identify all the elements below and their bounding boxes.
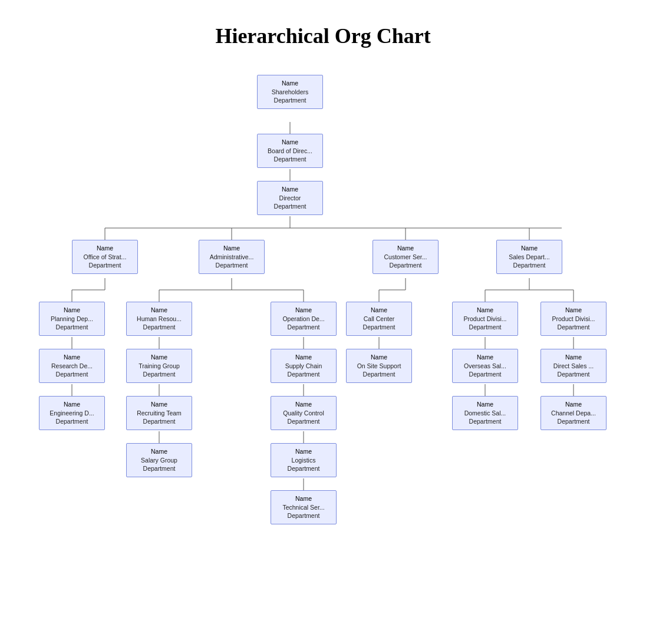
node-sales[interactable]: Name Sales Depart... Department: [496, 240, 562, 274]
node-on-site[interactable]: Name On Site Support Department: [346, 349, 412, 383]
node-administrative[interactable]: Name Administrative... Department: [199, 240, 265, 274]
org-chart: Name Shareholders Department Name Board …: [14, 66, 632, 643]
node-recruiting[interactable]: Name Recruiting Team Department: [126, 396, 192, 430]
node-salary[interactable]: Name Salary Group Department: [126, 443, 192, 477]
node-training[interactable]: Name Training Group Department: [126, 349, 192, 383]
node-product-div1[interactable]: Name Product Divisi... Department: [452, 302, 518, 336]
node-call-center[interactable]: Name Call Center Department: [346, 302, 412, 336]
node-director[interactable]: Name Director Department: [257, 181, 323, 215]
node-product-div2[interactable]: Name Product Divisi... Department: [540, 302, 607, 336]
node-research[interactable]: Name Research De... Department: [39, 349, 105, 383]
node-direct-sales[interactable]: Name Direct Sales ... Department: [540, 349, 607, 383]
node-technical[interactable]: Name Technical Ser... Department: [271, 490, 337, 524]
node-engineering[interactable]: Name Engineering D... Department: [39, 396, 105, 430]
node-planning[interactable]: Name Planning Dep... Department: [39, 302, 105, 336]
node-quality[interactable]: Name Quality Control Department: [271, 396, 337, 430]
node-overseas[interactable]: Name Overseas Sal... Department: [452, 349, 518, 383]
node-supply-chain[interactable]: Name Supply Chain Department: [271, 349, 337, 383]
node-customer-ser[interactable]: Name Customer Ser... Department: [373, 240, 439, 274]
node-channel[interactable]: Name Channel Depa... Department: [540, 396, 607, 430]
node-board[interactable]: Name Board of Direc... Department: [257, 134, 323, 168]
node-operation-de[interactable]: Name Operation De... Department: [271, 302, 337, 336]
node-human-resou[interactable]: Name Human Resou... Department: [126, 302, 192, 336]
node-office-strat[interactable]: Name Office of Strat... Department: [72, 240, 138, 274]
page-title: Hierarchical Org Chart: [12, 24, 634, 48]
node-logistics[interactable]: Name Logistics Department: [271, 443, 337, 477]
node-shareholders[interactable]: Name Shareholders Department: [257, 75, 323, 109]
node-domestic[interactable]: Name Domestic Sal... Department: [452, 396, 518, 430]
